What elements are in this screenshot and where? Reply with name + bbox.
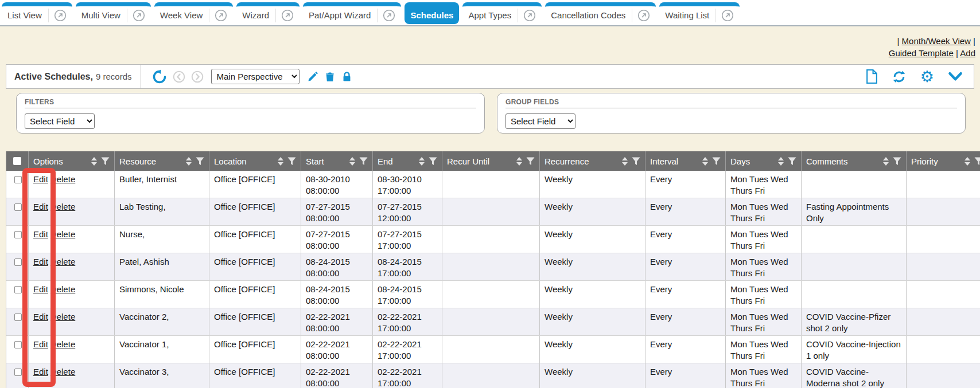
chevron-down-icon[interactable] [948, 72, 963, 81]
delete-link[interactable]: Delete [50, 312, 75, 322]
column-header-days[interactable]: Days [725, 151, 801, 171]
undo-icon[interactable] [152, 69, 167, 84]
filter-funnel-icon[interactable] [287, 157, 296, 166]
sort-icon[interactable] [186, 157, 192, 166]
delete-link[interactable]: Delete [50, 367, 75, 377]
sort-icon[interactable] [349, 157, 355, 166]
tab-pat-appt-wizard[interactable]: Pat/Appt Wizard [303, 2, 401, 24]
tab-multi-view[interactable]: Multi View [76, 2, 151, 24]
column-header-recurrence[interactable]: Recurrence [539, 151, 645, 171]
filter-icon-wrap[interactable] [196, 157, 204, 166]
filter-funnel-icon[interactable] [101, 157, 110, 166]
sort-icon[interactable] [778, 157, 784, 166]
perspective-select[interactable]: Main Perspective [211, 69, 300, 84]
edit-link[interactable]: Edit [33, 284, 48, 294]
delete-link[interactable]: Delete [50, 229, 75, 239]
sort-icon[interactable] [419, 157, 425, 166]
sort-icon[interactable] [702, 157, 708, 166]
filter-funnel-icon[interactable] [526, 157, 535, 166]
edit-link[interactable]: Edit [33, 174, 48, 184]
delete-link[interactable]: Delete [50, 339, 75, 349]
sort-icon[interactable] [883, 157, 889, 166]
cell-comments: COVID Vaccine-Moderna shot 2 only [801, 363, 906, 388]
filter-funnel-icon[interactable] [788, 157, 796, 166]
filter-icon-wrap[interactable] [287, 157, 296, 166]
sort-icon[interactable] [965, 157, 970, 166]
add-link[interactable]: Add [960, 48, 975, 58]
row-checkbox[interactable] [14, 203, 22, 211]
filter-funnel-icon[interactable] [359, 157, 368, 166]
cell-end: 07-27-2015 17:00:00 [372, 226, 442, 253]
sort-icon[interactable] [91, 157, 97, 166]
row-checkbox[interactable] [14, 231, 22, 238]
guided-template-link[interactable]: Guided Template [889, 48, 954, 58]
edit-link[interactable]: Edit [33, 367, 48, 377]
tab-appt-types[interactable]: Appt Types [462, 2, 542, 24]
edit-link[interactable]: Edit [33, 202, 48, 211]
filter-funnel-icon[interactable] [196, 157, 204, 166]
column-header-start[interactable]: Start [301, 151, 372, 171]
sort-icon[interactable] [278, 157, 283, 166]
cell-interval: Every [645, 198, 725, 225]
row-checkbox[interactable] [14, 313, 22, 321]
filter-icon-wrap[interactable] [359, 157, 368, 166]
column-header-end[interactable]: End [372, 151, 442, 171]
filter-icon-wrap[interactable] [429, 157, 437, 166]
filter-funnel-icon[interactable] [893, 157, 901, 166]
edit-link[interactable]: Edit [33, 312, 48, 322]
delete-perspective-trash-icon[interactable] [324, 70, 336, 83]
filter-icon-wrap[interactable] [893, 157, 901, 166]
group-fields-select-field[interactable]: Select Field [505, 113, 575, 129]
cell-recurrence: Weekly [539, 363, 645, 388]
filter-icon-wrap[interactable] [712, 157, 721, 166]
filter-funnel-icon[interactable] [974, 157, 980, 166]
filter-icon-wrap[interactable] [526, 157, 535, 166]
edit-link[interactable]: Edit [33, 229, 48, 239]
tab-list-view[interactable]: List View [2, 2, 72, 24]
filter-icon-wrap[interactable] [788, 157, 796, 166]
column-header-location[interactable]: Location [209, 151, 301, 171]
prev-perspective-icon[interactable] [173, 70, 185, 83]
row-checkbox[interactable] [14, 341, 22, 348]
tab-wizard[interactable]: Wizard [236, 2, 300, 24]
tab-cancellation-codes[interactable]: Cancellation Codes [545, 2, 656, 24]
filter-icon-wrap[interactable] [101, 157, 110, 166]
filter-funnel-icon[interactable] [712, 157, 721, 166]
select-all-checkbox[interactable] [13, 157, 21, 165]
column-header-options[interactable]: Options [28, 151, 114, 171]
column-header-comments[interactable]: Comments [801, 151, 906, 171]
row-checkbox[interactable] [14, 258, 22, 266]
refresh-icon[interactable] [892, 70, 907, 84]
tab-schedules[interactable]: Schedules [405, 2, 459, 24]
edit-link[interactable]: Edit [33, 257, 48, 266]
tab-waiting-list[interactable]: Waiting List [659, 2, 740, 24]
cell-recur-until [442, 226, 539, 253]
sort-icon[interactable] [622, 157, 628, 166]
gear-icon[interactable]: ⚙ [920, 69, 934, 84]
delete-link[interactable]: Delete [50, 257, 75, 266]
column-header-resource[interactable]: Resource [114, 151, 209, 171]
month-week-view-link[interactable]: Month/Week View [902, 36, 971, 46]
edit-link[interactable]: Edit [33, 339, 48, 349]
column-header-priority[interactable]: Priority [906, 151, 980, 171]
edit-perspective-pencil-icon[interactable] [307, 71, 318, 83]
column-header-interval[interactable]: Interval [645, 151, 725, 171]
next-perspective-icon[interactable] [191, 70, 204, 83]
filter-icon-wrap[interactable] [632, 157, 640, 166]
delete-link[interactable]: Delete [50, 174, 75, 184]
lock-perspective-icon[interactable] [341, 70, 352, 83]
delete-link[interactable]: Delete [50, 202, 75, 211]
row-checkbox[interactable] [14, 176, 22, 183]
row-checkbox[interactable] [14, 286, 22, 293]
row-checkbox[interactable] [14, 369, 22, 376]
new-document-icon[interactable] [866, 69, 878, 84]
column-header-recur-until[interactable]: Recur Until [442, 151, 539, 171]
delete-link[interactable]: Delete [50, 284, 75, 294]
tab-week-view[interactable]: Week View [154, 2, 233, 24]
filter-funnel-icon[interactable] [429, 157, 437, 166]
filter-funnel-icon[interactable] [632, 157, 640, 166]
filters-select-field[interactable]: Select Field [25, 113, 95, 129]
filter-icon-wrap[interactable] [974, 157, 980, 166]
pipe: | [973, 36, 975, 46]
sort-icon[interactable] [516, 157, 522, 166]
